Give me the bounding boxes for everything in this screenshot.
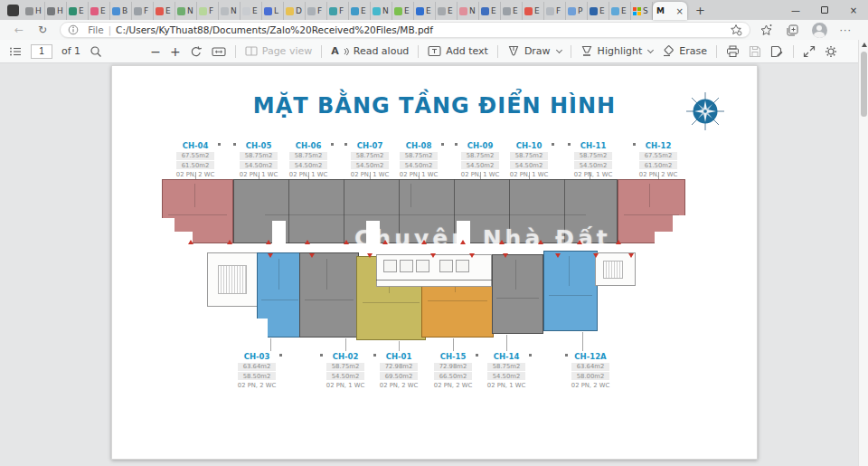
zoom-in-button[interactable]: + [170,44,181,59]
draw-button[interactable]: Draw [507,45,561,57]
label-leader-line [453,338,454,351]
vertical-scrollbar[interactable] [858,40,868,466]
browser-tab[interactable]: E [349,2,371,20]
favorites-star-icon[interactable] [760,24,773,37]
save-as-icon[interactable] [770,45,784,58]
elevator-box [383,260,397,272]
unit-label-ch-02: CH-0258.75m254.50m202 PN, 1 WC [317,352,373,389]
tab-close-icon[interactable]: × [676,6,684,16]
entrance-marker-down [555,253,561,258]
label-leader-line [270,338,271,351]
unit-area-gross: 72.98m2 [380,363,418,371]
page-view-button[interactable]: Page view [245,45,312,57]
unit-area-net: 58.50m2 [238,372,276,380]
tab-title: E [513,6,518,15]
browser-tab[interactable]: E [67,2,89,20]
browser-tab[interactable]: E [392,2,414,20]
tab-favicon-icon [329,7,337,15]
browser-tab[interactable]: F [544,2,566,20]
browser-tab[interactable]: D [284,2,306,20]
erase-button[interactable]: Erase [662,45,707,57]
unit-area-net: 54.50m2 [574,161,612,169]
browser-tab[interactable]: P [566,2,588,20]
scroll-up-arrow-icon[interactable] [859,40,868,50]
add-text-button[interactable]: Add text [428,45,488,57]
maximize-button[interactable] [810,0,839,20]
address-bar[interactable]: File | C:/Users/KyThuat88/Documents/Zalo… [60,22,750,38]
unit-name: CH-09 [452,141,508,150]
label-leader-line [506,335,507,351]
save-icon[interactable] [749,45,761,58]
tab-title: P [578,6,582,15]
refresh-icon[interactable]: ↻ [31,24,54,36]
unit-name: CH-12 [630,141,686,150]
unit-label-ch-15: CH-1572.98m266.50m202 PN, 2 WC [425,352,481,389]
browser-tab[interactable]: N [371,2,392,20]
browser-tab[interactable]: E [588,2,609,20]
search-icon[interactable] [90,45,102,58]
browser-tab[interactable]: E [89,2,110,20]
browser-tab[interactable]: E [479,2,501,20]
browser-tab[interactable]: N [175,2,197,20]
minimize-button[interactable]: — [781,0,810,20]
chevron-down-icon[interactable] [647,46,654,52]
fullscreen-icon[interactable] [803,45,816,58]
close-button[interactable]: × [839,0,868,20]
entrance-marker-up [344,240,349,244]
browser-tab[interactable]: H [24,2,45,20]
entrance-marker-up [499,240,505,244]
chevron-down-icon[interactable] [556,46,562,52]
rotate-icon[interactable] [190,45,203,58]
browser-tab[interactable]: B [110,2,132,20]
settings-gear-icon[interactable] [825,45,837,58]
browser-tab[interactable]: F [132,2,154,20]
back-icon[interactable]: ← [7,24,31,36]
settings-menu-icon[interactable]: ··· [840,24,853,36]
print-icon[interactable] [726,45,740,58]
browser-tab[interactable]: F [197,2,219,20]
unit-area-net: 54.50m2 [326,372,364,380]
new-tab-button[interactable]: + [687,4,713,17]
browser-tab[interactable]: S [631,2,653,20]
scrollbar-thumb[interactable] [861,52,867,117]
fit-width-icon[interactable] [212,45,226,58]
browser-tab[interactable]: E [414,2,436,20]
browser-tab[interactable]: E [154,2,175,20]
unit-name: CH-15 [425,352,481,361]
tab-title: E [448,6,453,15]
read-aloud-button[interactable]: A Read aloud [331,45,409,57]
entrance-marker-down [593,253,599,258]
active-tab[interactable]: M × [653,2,687,20]
browser-tab[interactable]: E [241,2,262,20]
info-icon[interactable] [68,24,79,35]
unit-area-net: 54.50m2 [289,161,327,169]
collections-icon[interactable] [786,24,799,37]
unit-rooms: 02 PN, 1 WC [342,171,398,178]
elevator-box [456,260,469,272]
page-number-input[interactable] [31,44,52,59]
highlight-button[interactable]: Highlight [580,45,654,57]
browser-tab[interactable]: E [609,2,631,20]
unit-area-gross: 58.75m2 [289,152,327,160]
profile-avatar[interactable] [812,23,827,38]
unit-name: CH-06 [280,141,336,150]
table-of-contents-icon[interactable] [9,45,22,58]
zoom-out-button[interactable]: − [150,44,161,59]
browser-tab[interactable]: E [501,2,523,20]
browser-tab[interactable]: F [327,2,349,20]
unit-rooms: 02 PN, 1 WC [565,171,621,178]
browser-tab[interactable]: H [45,2,67,20]
facade-notch [655,232,673,244]
browser-tab[interactable]: N [458,2,479,20]
unit-name: CH-01 [371,352,427,361]
tab-favicon-icon [394,7,402,15]
tab-actions-menu-icon[interactable] [7,5,19,16]
elevator-box [439,260,453,272]
browser-tab[interactable]: E [523,2,544,20]
browser-tab[interactable]: L [262,2,284,20]
add-favorite-star-icon[interactable] [730,24,742,36]
browser-tab[interactable]: E [436,2,458,20]
browser-tab[interactable]: N [219,2,241,20]
entrance-marker-up [421,240,427,244]
browser-tab[interactable]: F [306,2,327,20]
